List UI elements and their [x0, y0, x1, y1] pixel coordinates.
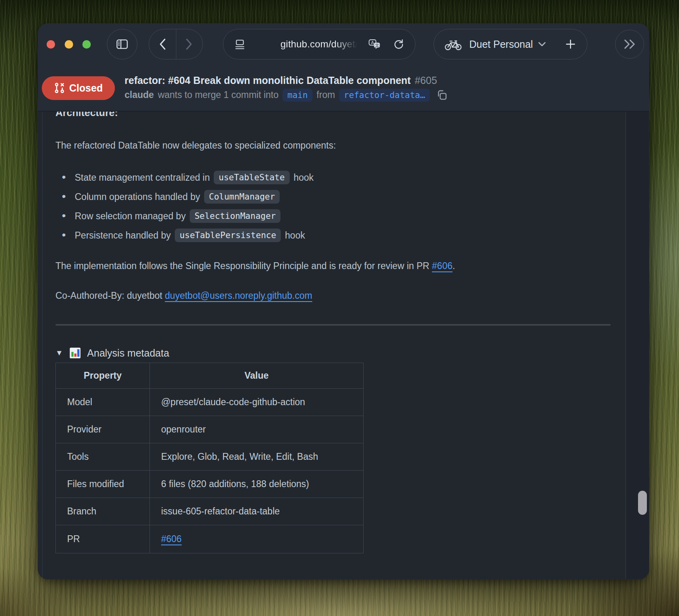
url-text[interactable]: github.com/duyet/: [280, 39, 358, 50]
disclosure-triangle-icon[interactable]: ▼: [55, 349, 63, 357]
period: .: [452, 261, 455, 271]
pr-from-text: from: [317, 90, 335, 100]
pr-merge-text: wants to merge 1 commit into: [158, 90, 278, 100]
copy-icon: [436, 90, 447, 100]
property-cell: Tools: [56, 443, 150, 471]
table-row: Branch issue-605-refactor-data-table: [56, 498, 364, 525]
property-cell: Provider: [56, 416, 150, 443]
pr-body-content: Architecture: The refactored DataTable n…: [38, 112, 649, 579]
summary-label[interactable]: Analysis metadata: [87, 347, 169, 359]
pr-title-text: refactor: #604 Break down monolithic Dat…: [125, 75, 411, 86]
tab-group-picker[interactable]: Duet Personal: [434, 29, 587, 59]
table-row: Tools Explore, Glob, Read, Write, Edit, …: [56, 443, 364, 471]
architecture-heading: Architecture:: [55, 112, 611, 120]
reload-icon[interactable]: [393, 38, 405, 50]
intro-paragraph: The refactored DataTable now delegates t…: [55, 139, 611, 152]
inline-code: ColumnManager: [204, 190, 280, 204]
value-cell: #606: [150, 525, 364, 553]
coauthor-paragraph: Co-Authored-By: duyetbot duyetbot@users.…: [55, 289, 611, 302]
back-button[interactable]: [149, 29, 176, 59]
property-cell: Model: [56, 389, 150, 416]
pr-merge-summary: claude wants to merge 1 commit into main…: [125, 89, 447, 102]
list-item: Row selection managed by SelectionManage…: [55, 206, 611, 226]
new-tab-button[interactable]: [564, 38, 577, 50]
translate-icon[interactable]: A 文: [368, 38, 381, 50]
analysis-metadata-table: Property Value Model @preset/claude-code…: [55, 363, 364, 553]
table-row: PR #606: [56, 525, 364, 553]
bicycle-icon: [444, 37, 462, 51]
value-cell: @preset/claude-code-github-action: [150, 389, 364, 416]
pr-number: #605: [415, 75, 437, 86]
component-list: State management centralized in useTable…: [55, 168, 611, 245]
bullet-text: Column operations handled by: [75, 192, 200, 202]
pr-606-link[interactable]: #606: [432, 261, 452, 271]
pr-author: claude: [125, 90, 154, 100]
double-chevron-right-icon: [623, 39, 636, 49]
copy-branch-button[interactable]: [436, 90, 447, 100]
address-bar[interactable]: github.com/duyet/ A 文: [223, 29, 415, 59]
sidebar-toggle-button[interactable]: [107, 29, 137, 59]
navigation-buttons: [149, 29, 203, 59]
bullet-text: Persistence handled by: [75, 230, 171, 241]
inline-code: SelectionManager: [190, 209, 280, 223]
value-cell: openrouter: [150, 416, 364, 443]
head-branch-chip[interactable]: refactor-datata…: [339, 89, 430, 102]
table-row: Model @preset/claude-code-github-action: [56, 389, 364, 416]
table-row: Provider openrouter: [56, 416, 364, 443]
bullet-text: State management centralized in: [75, 172, 210, 183]
tab-group-label: Duet Personal: [469, 39, 533, 50]
base-branch-chip[interactable]: main: [282, 89, 313, 102]
browser-toolbar: github.com/duyet/ A 文: [38, 23, 649, 65]
bullet-text: hook: [294, 172, 314, 183]
pr-606-table-link[interactable]: #606: [161, 534, 182, 544]
property-cell: Branch: [56, 498, 150, 525]
coauthor-text: Co-Authored-By: duyetbot: [55, 290, 162, 301]
forward-button[interactable]: [176, 29, 203, 59]
list-item: State management centralized in useTable…: [55, 168, 611, 187]
table-header-row: Property Value: [56, 363, 364, 389]
property-cell: PR: [56, 525, 150, 553]
bullet-text: hook: [285, 230, 305, 241]
column-header-property: Property: [56, 363, 150, 389]
chevron-down-icon: [538, 42, 546, 47]
pull-request-closed-icon: [54, 82, 65, 94]
list-item: Column operations handled by ColumnManag…: [55, 187, 611, 206]
chevron-left-icon: [158, 38, 167, 50]
zoom-window-button[interactable]: [82, 40, 91, 49]
value-cell: 6 files (820 additions, 188 deletions): [150, 471, 364, 498]
analysis-metadata-summary[interactable]: ▼ Analysis metadata: [55, 347, 611, 359]
divider: [55, 324, 611, 326]
page-format-icon[interactable]: [234, 38, 246, 50]
chevron-right-icon: [185, 38, 194, 50]
implementation-paragraph: The implementation follows the Single Re…: [55, 259, 611, 273]
svg-text:A: A: [371, 40, 374, 45]
bullet-text: Row selection managed by: [75, 211, 186, 222]
close-window-button[interactable]: [47, 40, 55, 49]
pr-title: refactor: #604 Break down monolithic Dat…: [125, 75, 447, 86]
inline-code: useTableState: [214, 171, 289, 184]
coauthor-email-link[interactable]: duyetbot@users.noreply.github.com: [165, 290, 312, 301]
implementation-text: The implementation follows the Single Re…: [55, 261, 429, 271]
pr-status-badge: Closed: [42, 76, 115, 100]
table-row: Files modified 6 files (820 additions, 1…: [56, 471, 364, 498]
minimize-window-button[interactable]: [65, 40, 73, 49]
list-item: Persistence handled by useTablePersisten…: [55, 226, 611, 245]
sidebar-icon: [115, 37, 129, 51]
browser-window: github.com/duyet/ A 文: [38, 23, 649, 579]
inline-code: useTablePersistence: [175, 228, 281, 242]
pr-sticky-header: Closed refactor: #604 Break down monolit…: [38, 65, 649, 112]
value-cell: Explore, Glob, Read, Write, Edit, Bash: [150, 443, 364, 471]
scrollbar-thumb[interactable]: [638, 491, 647, 515]
value-cell: issue-605-refactor-data-table: [150, 498, 364, 525]
pr-status-label: Closed: [69, 82, 102, 94]
bar-chart-icon: [69, 347, 82, 359]
markdown-body: Architecture: The refactored DataTable n…: [55, 112, 611, 553]
scrollbar-track[interactable]: [626, 112, 649, 579]
column-header-value: Value: [150, 363, 364, 389]
toolbar-overflow-button[interactable]: [615, 30, 644, 59]
svg-text:文: 文: [375, 43, 379, 47]
property-cell: Files modified: [56, 471, 150, 498]
pr-head-text: refactor: #604 Break down monolithic Dat…: [125, 75, 447, 102]
